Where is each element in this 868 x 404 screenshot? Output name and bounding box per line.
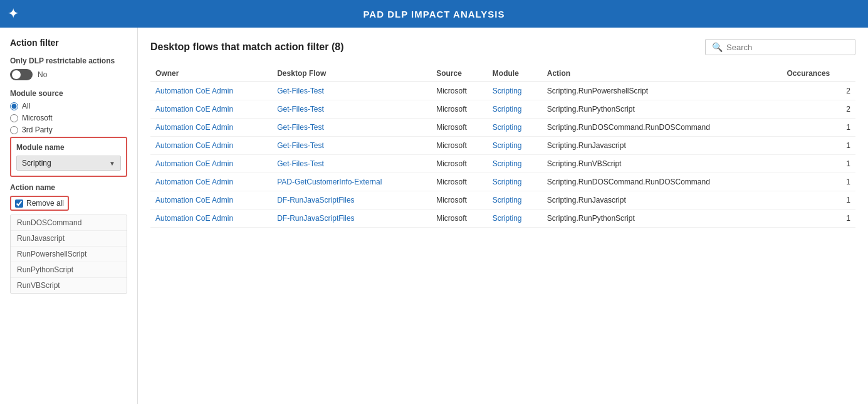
cell-occurrences: 2 — [782, 100, 855, 119]
cell-desktop-flow: Get-Files-Test — [272, 155, 431, 173]
owner-link[interactable]: Automation CoE Admin — [155, 178, 233, 186]
cell-module: Scripting — [488, 210, 542, 228]
cell-owner: Automation CoE Admin — [150, 191, 272, 210]
flow-link[interactable]: Get-Files-Test — [277, 105, 324, 114]
cell-owner: Automation CoE Admin — [150, 210, 272, 228]
owner-link[interactable]: Automation CoE Admin — [155, 105, 233, 114]
action-item[interactable]: RunDOSCommand — [11, 215, 127, 231]
table-row: Automation CoE Admin DF-RunJavaScriptFil… — [150, 191, 855, 210]
flow-link[interactable]: Get-Files-Test — [277, 141, 324, 150]
cell-action: Scripting.RunPythonScript — [542, 100, 782, 119]
col-header-action: Action — [542, 65, 782, 82]
table-row: Automation CoE Admin Get-Files-Test Micr… — [150, 119, 855, 137]
cell-desktop-flow: Get-Files-Test — [272, 82, 431, 100]
module-source-group: All Microsoft 3rd Party — [10, 102, 127, 134]
flow-link[interactable]: Get-Files-Test — [277, 159, 324, 168]
cell-action: Scripting.RunPythonScript — [542, 210, 782, 228]
owner-link[interactable]: Automation CoE Admin — [155, 87, 233, 95]
remove-all-checkbox[interactable] — [15, 199, 23, 208]
cell-owner: Automation CoE Admin — [150, 173, 272, 191]
cell-action: Scripting.RunDOSCommand.RunDOSCommand — [542, 173, 782, 191]
table-header: Owner Desktop Flow Source Module Action … — [150, 65, 855, 82]
search-icon: 🔍 — [712, 42, 723, 52]
cell-action: Scripting.RunJavascript — [542, 191, 782, 210]
table-row: Automation CoE Admin Get-Files-Test Micr… — [150, 100, 855, 119]
col-header-occurrences: Occurances — [782, 65, 855, 82]
app-header: ✦ PAD DLP IMPACT ANALYSIS — [0, 0, 868, 28]
toggle-value: No — [38, 70, 47, 79]
table-row: Automation CoE Admin PAD-GetCustomerInfo… — [150, 173, 855, 191]
flow-link[interactable]: Get-Files-Test — [277, 87, 324, 95]
module-name-section: Module name Scripting ▼ — [10, 137, 127, 177]
cell-occurrences: 1 — [782, 155, 855, 173]
table-body: Automation CoE Admin Get-Files-Test Micr… — [150, 82, 855, 228]
cell-source: Microsoft — [431, 82, 488, 100]
cell-desktop-flow: PAD-GetCustomerInfo-External — [272, 173, 431, 191]
content-header: Desktop flows that match action filter (… — [150, 39, 855, 55]
cell-source: Microsoft — [431, 173, 488, 191]
cell-source: Microsoft — [431, 191, 488, 210]
cell-occurrences: 1 — [782, 191, 855, 210]
action-item[interactable]: RunVBScript — [11, 278, 127, 293]
remove-all-label[interactable]: Remove all — [26, 199, 64, 208]
search-box: 🔍 — [705, 39, 855, 55]
cell-desktop-flow: DF-RunJavaScriptFiles — [272, 191, 431, 210]
content-area: Desktop flows that match action filter (… — [138, 28, 868, 404]
cell-owner: Automation CoE Admin — [150, 82, 272, 100]
cell-source: Microsoft — [431, 137, 488, 155]
col-header-owner: Owner — [150, 65, 272, 82]
cell-occurrences: 1 — [782, 173, 855, 191]
radio-all[interactable]: All — [10, 102, 127, 110]
module-name-value: Scripting — [22, 159, 51, 167]
cell-source: Microsoft — [431, 155, 488, 173]
cell-source: Microsoft — [431, 210, 488, 228]
cell-module: Scripting — [488, 100, 542, 119]
sidebar-title: Action filter — [10, 38, 127, 48]
only-dlp-label: Only DLP restrictable actions — [10, 56, 127, 65]
cell-occurrences: 1 — [782, 119, 855, 137]
app-logo: ✦ — [8, 6, 19, 22]
radio-3rdparty[interactable]: 3rd Party — [10, 125, 127, 134]
cell-module: Scripting — [488, 191, 542, 210]
flow-link[interactable]: PAD-GetCustomerInfo-External — [277, 178, 382, 186]
table-row: Automation CoE Admin Get-Files-Test Micr… — [150, 137, 855, 155]
dlp-toggle[interactable] — [10, 69, 33, 80]
owner-link[interactable]: Automation CoE Admin — [155, 159, 233, 168]
action-item[interactable]: RunJavascript — [11, 231, 127, 247]
module-name-dropdown[interactable]: Scripting ▼ — [16, 156, 121, 171]
cell-occurrences: 1 — [782, 210, 855, 228]
table-row: Automation CoE Admin Get-Files-Test Micr… — [150, 155, 855, 173]
cell-occurrences: 2 — [782, 82, 855, 100]
sidebar: Action filter Only DLP restrictable acti… — [0, 28, 138, 404]
owner-link[interactable]: Automation CoE Admin — [155, 123, 233, 132]
flow-link[interactable]: Get-Files-Test — [277, 123, 324, 132]
cell-action: Scripting.RunPowershellScript — [542, 82, 782, 100]
cell-action: Scripting.RunVBScript — [542, 155, 782, 173]
app-title: PAD DLP IMPACT ANALYSIS — [363, 9, 505, 19]
cell-occurrences: 1 — [782, 137, 855, 155]
action-list: RunDOSCommand RunJavascript RunPowershel… — [10, 215, 127, 294]
cell-module: Scripting — [488, 173, 542, 191]
module-source-label: Module source — [10, 89, 127, 98]
main-layout: Action filter Only DLP restrictable acti… — [0, 28, 868, 404]
cell-action: Scripting.RunDOSCommand.RunDOSCommand — [542, 119, 782, 137]
cell-module: Scripting — [488, 119, 542, 137]
remove-all-row: Remove all — [10, 196, 69, 211]
col-header-desktop-flow: Desktop Flow — [272, 65, 431, 82]
cell-module: Scripting — [488, 82, 542, 100]
cell-source: Microsoft — [431, 100, 488, 119]
cell-module: Scripting — [488, 155, 542, 173]
owner-link[interactable]: Automation CoE Admin — [155, 214, 233, 223]
cell-desktop-flow: Get-Files-Test — [272, 137, 431, 155]
cell-action: Scripting.RunJavascript — [542, 137, 782, 155]
flow-link[interactable]: DF-RunJavaScriptFiles — [277, 214, 354, 223]
col-header-module: Module — [488, 65, 542, 82]
action-item[interactable]: RunPowershellScript — [11, 247, 127, 262]
search-input[interactable] — [726, 43, 849, 52]
action-item[interactable]: RunPythonScript — [11, 262, 127, 278]
table-row: Automation CoE Admin Get-Files-Test Micr… — [150, 82, 855, 100]
radio-microsoft[interactable]: Microsoft — [10, 114, 127, 122]
flow-link[interactable]: DF-RunJavaScriptFiles — [277, 196, 354, 205]
owner-link[interactable]: Automation CoE Admin — [155, 196, 233, 205]
owner-link[interactable]: Automation CoE Admin — [155, 141, 233, 150]
